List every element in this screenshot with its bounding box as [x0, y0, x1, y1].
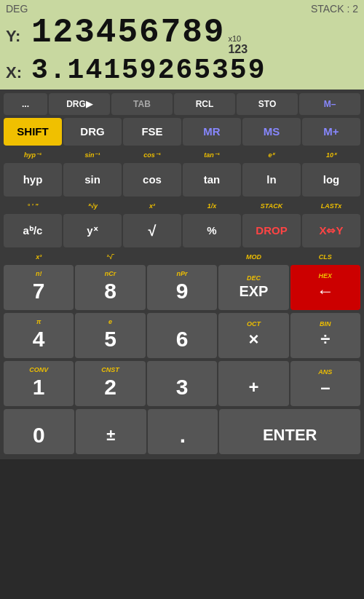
plus-button[interactable]: · +: [218, 361, 288, 406]
drg-arrow-button[interactable]: DRG▶: [49, 93, 110, 115]
calculator-display: DEG STACK : 2 Y: 123456789 x10 123 X: 3.…: [0, 0, 364, 90]
one-button[interactable]: CONV 1: [4, 361, 74, 406]
pct-button[interactable]: %: [183, 214, 241, 247]
xrty-label: ˣ√y: [63, 199, 122, 213]
enter-button[interactable]: · ENTER: [219, 409, 360, 454]
xeqy-button[interactable]: X⇔Y: [302, 214, 360, 247]
ex-label: eˣ: [242, 148, 301, 162]
xsq-label: x²: [123, 199, 181, 213]
mminus-button[interactable]: M–: [299, 93, 360, 115]
minus-button[interactable]: ANS –: [290, 361, 360, 406]
four-button[interactable]: π 4: [4, 313, 74, 358]
exp-button[interactable]: DEC EXP: [218, 265, 288, 310]
log-button[interactable]: log: [302, 163, 360, 197]
sin-inv-label: sin⁻¹: [63, 148, 122, 162]
two-button[interactable]: CNST 2: [75, 361, 145, 406]
cubert-label: ³√‾: [75, 250, 145, 263]
mplus-button[interactable]: M+: [302, 118, 360, 146]
y-label: Y:: [6, 27, 31, 46]
divide-button[interactable]: BIN ÷: [290, 313, 360, 358]
dot-button[interactable]: · .: [148, 409, 218, 454]
y-value: 123456789: [31, 16, 225, 49]
eight-button[interactable]: nCr 8: [75, 265, 145, 310]
abc-button[interactable]: aᵇ/c: [4, 214, 62, 247]
plusminus-button[interactable]: · ±: [76, 409, 146, 454]
drg-button[interactable]: DRG: [63, 118, 122, 146]
x-label: X:: [6, 63, 31, 82]
six-button[interactable]: · 6: [147, 313, 217, 358]
times-button[interactable]: OCT ×: [218, 313, 288, 358]
deg-label: DEG: [6, 3, 28, 15]
mod-label: MOD: [218, 250, 288, 263]
inv-label: 1/x: [183, 199, 241, 213]
y-exp-prefix: x10: [228, 34, 248, 43]
stack-label: STACK : 2: [311, 3, 358, 15]
tan-inv-label: tan⁻¹: [183, 148, 241, 162]
tan-button[interactable]: tan: [183, 163, 241, 197]
tenx-label: 10ˣ: [302, 148, 360, 162]
nine-button[interactable]: nPr 9: [147, 265, 217, 310]
rcl-button[interactable]: RCL: [174, 93, 235, 115]
cos-inv-label: cos⁻¹: [123, 148, 181, 162]
sqrt-button[interactable]: √: [123, 214, 181, 247]
hyp-button[interactable]: hyp: [4, 163, 62, 197]
lastx-label: LASTx: [302, 199, 360, 213]
empty1: [147, 250, 217, 263]
xcube-label: x³: [4, 250, 74, 263]
hyp-inv-label: hyp⁻¹: [4, 148, 62, 162]
five-button[interactable]: e 5: [75, 313, 145, 358]
fse-button[interactable]: FSE: [123, 118, 181, 146]
tab-button[interactable]: TAB: [111, 93, 173, 115]
x-value: 3.14159265359: [31, 57, 266, 84]
cos-button[interactable]: cos: [123, 163, 181, 197]
drop-button[interactable]: DROP: [242, 214, 301, 247]
zero-button[interactable]: · 0: [4, 409, 74, 454]
cls-label: CLS: [290, 250, 360, 263]
ms-button[interactable]: MS: [242, 118, 301, 146]
ln-button[interactable]: ln: [242, 163, 301, 197]
dots-button[interactable]: ...: [4, 93, 47, 115]
sto-button[interactable]: STO: [237, 93, 298, 115]
stack-label-btn: STACK: [242, 199, 301, 213]
shift-button[interactable]: SHIFT: [4, 118, 62, 146]
three-button[interactable]: · 3: [147, 361, 217, 406]
yx-button[interactable]: yˣ: [63, 214, 122, 247]
sin-button[interactable]: sin: [63, 163, 122, 197]
deg-label-btn: ° ' ": [4, 199, 62, 213]
seven-button[interactable]: n! 7: [4, 265, 74, 310]
mr-button[interactable]: MR: [183, 118, 241, 146]
backspace-button[interactable]: HEX ←: [290, 265, 360, 310]
